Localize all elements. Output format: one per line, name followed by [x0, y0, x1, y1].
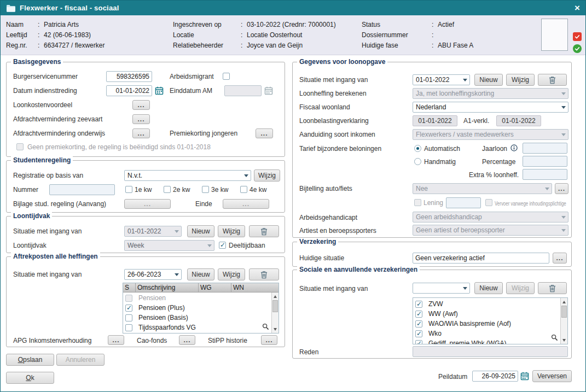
scroll-up-icon[interactable]: [272, 293, 279, 300]
person-header: Naam:Patricia Arts Leeftijd:42 (06-06-19…: [1, 15, 585, 55]
calendar-icon[interactable]: [154, 85, 165, 96]
peildatum-input[interactable]: [472, 371, 518, 382]
table-row[interactable]: Tijdsspaarfonds VG: [123, 323, 271, 332]
nieuw-button[interactable]: Nieuw: [187, 225, 214, 237]
item-checkbox[interactable]: [415, 340, 422, 345]
delete-button[interactable]: [538, 282, 567, 294]
field-value: Patricia Arts: [44, 21, 79, 28]
ok-button[interactable]: Ok: [6, 372, 54, 384]
chevron-down-icon: [561, 216, 566, 219]
situatie-dropdown[interactable]: [413, 283, 470, 294]
loonbelastingverklaring-date-button[interactable]: 01-01-2022: [413, 115, 457, 126]
scrollbar[interactable]: [271, 292, 279, 333]
kwartaal-3-checkbox[interactable]: [202, 186, 209, 193]
kwartaal-1-checkbox[interactable]: [125, 186, 132, 193]
list-item[interactable]: WAO/WIA basispremie (Aof): [413, 319, 560, 329]
soort-inkomen-label: Aanduiding soort inkomen: [299, 131, 375, 139]
row-checkbox[interactable]: [125, 314, 132, 321]
delete-button[interactable]: [538, 74, 567, 86]
field-label: Dossiernummer: [362, 31, 432, 39]
afdrachtvermindering-onderwijs-button[interactable]: ...: [132, 128, 150, 138]
search-icon[interactable]: [551, 334, 558, 343]
registratie-wijzig-button[interactable]: Wijzig: [254, 169, 280, 182]
colon: :: [241, 42, 247, 49]
row-checkbox[interactable]: [125, 324, 132, 331]
item-checkbox[interactable]: [415, 320, 422, 327]
verversen-button[interactable]: Verversen: [532, 370, 572, 382]
premiekorting-jongeren-button[interactable]: ...: [256, 128, 273, 138]
column-header-wn: WN: [231, 283, 279, 292]
table-header: S Omschrijving WG WN: [123, 283, 279, 292]
close-icon[interactable]: ×: [575, 3, 580, 13]
situatie-dropdown[interactable]: 26-06-2023: [124, 269, 182, 280]
list-item[interactable]: ZVW: [413, 299, 560, 309]
cao-fonds-button[interactable]: ...: [179, 335, 195, 345]
handmatig-radio[interactable]: [414, 158, 421, 165]
green-check-badge[interactable]: [573, 44, 582, 53]
red-check-badge[interactable]: [573, 32, 582, 41]
situatie-dropdown[interactable]: 01-01-2022: [413, 74, 470, 85]
info-icon[interactable]: [510, 144, 518, 152]
wijzig-button[interactable]: Wijzig: [218, 225, 245, 237]
calendar-icon: [263, 85, 274, 96]
bijlage-einde-button: ...: [223, 199, 269, 209]
kwartaal-4-checkbox[interactable]: [240, 186, 247, 193]
list-item[interactable]: Wko: [413, 329, 560, 338]
chevron-down-icon: [175, 230, 179, 233]
arbeidsmigrant-checkbox[interactable]: [223, 73, 230, 80]
title-bar: Flexwerker - fiscaal - sociaal ×: [1, 1, 585, 15]
registratie-dropdown[interactable]: N.v.t.: [124, 170, 251, 181]
datum-indiensttreding-input[interactable]: [106, 85, 152, 96]
chevron-down-icon: [561, 92, 566, 95]
field-label: Naam: [6, 21, 38, 28]
header-column-1: Naam:Patricia Arts Leeftijd:42 (06-06-19…: [6, 19, 105, 50]
loonkostenvoordeel-button[interactable]: ...: [132, 100, 150, 110]
situatie-label: Situatie met ingang van: [299, 76, 368, 84]
item-checkbox[interactable]: [415, 301, 422, 308]
nieuw-button[interactable]: Nieuw: [474, 74, 503, 86]
stipp-historie-button[interactable]: ...: [261, 335, 277, 345]
kwartaal-2-checkbox[interactable]: [164, 186, 171, 193]
nieuw-button[interactable]: Nieuw: [474, 282, 503, 294]
delete-button[interactable]: [249, 225, 279, 237]
field-label: Status: [362, 21, 432, 28]
calendar-icon[interactable]: [519, 371, 530, 382]
bijlage-aanvang-button: ...: [124, 199, 171, 209]
geen-premiekorting-label: Geen premiekorting, de regeling is beëin…: [27, 143, 211, 151]
list-item[interactable]: WW (Awf): [413, 309, 560, 319]
scrollbar-thumb[interactable]: [561, 306, 567, 318]
opslaan-button[interactable]: Opslaan: [6, 354, 54, 366]
afdrachtvermindering-zeevaart-button[interactable]: ...: [132, 114, 150, 124]
verzekering-button[interactable]: ...: [553, 253, 567, 264]
bijtelling-button[interactable]: ...: [555, 183, 568, 194]
scrollbar-thumb[interactable]: [272, 300, 278, 312]
table-row[interactable]: Pensioen: [123, 293, 271, 303]
column-header-wg: WG: [199, 283, 231, 292]
item-checkbox[interactable]: [415, 311, 422, 318]
item-checkbox[interactable]: [415, 330, 422, 337]
delete-button[interactable]: [249, 268, 279, 280]
trash-icon: [260, 227, 268, 236]
scroll-up-icon[interactable]: [561, 299, 567, 305]
wijzig-button[interactable]: Wijzig: [506, 74, 535, 86]
apg-button[interactable]: ...: [108, 335, 124, 345]
table-row[interactable]: Pensioen (Plus): [123, 303, 271, 313]
bsn-input[interactable]: [106, 71, 152, 82]
scrollbar[interactable]: [560, 298, 567, 344]
einde-label: Einde: [195, 200, 212, 208]
chevron-down-icon: [463, 287, 467, 290]
column-header-s: S: [123, 283, 136, 292]
deeltijdbaan-checkbox[interactable]: [219, 242, 226, 249]
automatisch-radio[interactable]: [414, 145, 421, 152]
nummer-input[interactable]: [49, 184, 115, 195]
scroll-down-icon[interactable]: [561, 337, 567, 343]
row-checkbox[interactable]: [125, 305, 132, 312]
fiscaal-woonland-dropdown[interactable]: Nederland: [413, 102, 568, 113]
list-item[interactable]: Gediff. premie Whk (WGA): [413, 338, 560, 344]
scroll-down-icon[interactable]: [272, 326, 279, 332]
nieuw-button[interactable]: Nieuw: [187, 268, 214, 280]
search-icon[interactable]: [262, 323, 269, 332]
table-row[interactable]: Pensioen (Basis): [123, 313, 271, 323]
a1-verklaring-date-button[interactable]: 01-01-2022: [496, 115, 541, 126]
wijzig-button[interactable]: Wijzig: [218, 268, 245, 280]
